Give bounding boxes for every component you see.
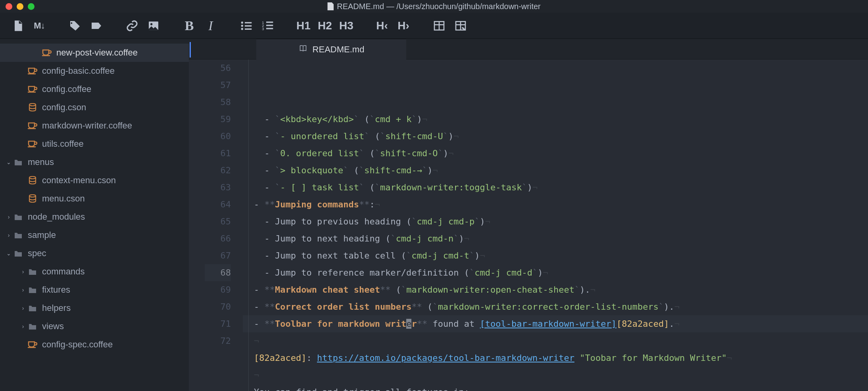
svg-rect-5	[245, 25, 252, 26]
markdown-button[interactable]: M↓	[29, 13, 50, 39]
code-line[interactable]: - Jump to next heading (`cmd-j cmd-n`)¬	[243, 230, 868, 247]
chevron-icon	[18, 177, 28, 184]
tree-item-label: config.coffee	[42, 84, 91, 94]
tag-button[interactable]	[64, 13, 86, 39]
line-number[interactable]: 56	[205, 59, 231, 77]
tab-readme[interactable]: README.md	[256, 39, 406, 59]
tab-spacer	[189, 39, 256, 59]
tree-item-new-post-view-coffee[interactable]: new-post-view.coffee	[0, 44, 189, 62]
line-number[interactable]: 72	[205, 332, 231, 349]
chevron-icon	[18, 141, 28, 147]
tree-item-menus[interactable]: ⌄menus	[0, 153, 189, 171]
h3-button[interactable]: H3	[336, 13, 357, 39]
line-number[interactable]: 70	[205, 298, 231, 315]
h1-button[interactable]: H1	[293, 13, 314, 39]
line-number[interactable]: 59	[205, 111, 231, 128]
h2-button[interactable]: H2	[314, 13, 336, 39]
code-line[interactable]: ¬	[243, 332, 868, 349]
tree-item-commands[interactable]: ›commands	[0, 263, 189, 281]
label-button[interactable]	[86, 13, 107, 39]
line-number[interactable]: 57	[205, 77, 231, 94]
line-number[interactable]: 60	[205, 128, 231, 145]
ordered-list-button[interactable]: 123	[257, 13, 278, 39]
svg-rect-22	[28, 92, 36, 93]
new-file-button[interactable]	[7, 13, 29, 39]
tree-item-spec[interactable]: ⌄spec	[0, 244, 189, 263]
table-edit-button[interactable]	[450, 13, 471, 39]
tree-item-node-modules[interactable]: ›node_modules	[0, 208, 189, 226]
code-line[interactable]: You can find and trigger all features in…	[243, 383, 868, 391]
line-number[interactable]: 65	[205, 213, 231, 230]
svg-rect-3	[245, 22, 252, 23]
tree-item-sample[interactable]: ›sample	[0, 226, 189, 244]
chevron-icon	[18, 341, 28, 348]
unordered-list-button[interactable]	[236, 13, 257, 39]
code-line[interactable]: - `- [ ] task list` (`markdown-writer:to…	[243, 179, 868, 196]
tree-item-menu-cson[interactable]: menu.cson	[0, 190, 189, 208]
bold-button[interactable]: B	[179, 13, 200, 39]
tree-item-fixtures[interactable]: ›fixtures	[0, 281, 189, 299]
folder-icon	[28, 267, 37, 276]
line-number[interactable]: 63	[205, 179, 231, 196]
tree-item-context-menu-cson[interactable]: context-menu.cson	[0, 171, 189, 190]
coffee-icon	[28, 340, 37, 349]
code-line[interactable]: - **Jumping commands**:¬	[243, 196, 868, 213]
file-tree[interactable]: new-post-view.coffee config-basic.coffee…	[0, 39, 189, 391]
tree-item-config-spec-coffee[interactable]: config-spec.coffee	[0, 335, 189, 354]
tree-item-label: new-post-view.coffee	[56, 48, 138, 58]
maximize-window-button[interactable]	[28, 3, 35, 10]
heading-prev-button[interactable]: H‹	[371, 13, 393, 39]
table-button[interactable]	[428, 13, 450, 39]
chevron-icon: ⌄	[4, 159, 13, 165]
indent-guide	[248, 59, 249, 391]
coffee-icon	[28, 84, 37, 94]
chevron-icon: ›	[18, 305, 28, 311]
image-button[interactable]	[143, 13, 164, 39]
code-content[interactable]: - `<kbd>key</kbd>` (`cmd + k`)¬ - `- uno…	[243, 59, 868, 391]
line-number[interactable]: 61	[205, 145, 231, 162]
code-line[interactable]: ¬	[243, 366, 868, 383]
heading-next-button[interactable]: H›	[393, 13, 414, 39]
chevron-icon: ›	[18, 268, 28, 275]
tree-item-views[interactable]: ›views	[0, 317, 189, 335]
tree-item-config-cson[interactable]: config.cson	[0, 98, 189, 117]
tree-item-config-coffee[interactable]: config.coffee	[0, 80, 189, 98]
svg-rect-28	[28, 347, 36, 348]
line-number[interactable]: 62	[205, 162, 231, 179]
line-number[interactable]: 69	[205, 281, 231, 298]
tab-bar-empty[interactable]	[406, 39, 868, 59]
italic-button[interactable]: I	[200, 13, 221, 39]
code-line[interactable]: - Jump to previous heading (`cmd-j cmd-p…	[243, 213, 868, 230]
tree-item-markdown-writer-coffee[interactable]: markdown-writer.coffee	[0, 117, 189, 135]
file-icon	[327, 2, 334, 10]
code-line[interactable]: - `0. ordered list` (`shift-cmd-O`)¬	[243, 145, 868, 162]
code-line[interactable]: - `- unordered list` (`shift-cmd-U`)¬	[243, 128, 868, 145]
tree-item-helpers[interactable]: ›helpers	[0, 299, 189, 317]
code-line[interactable]: - **Correct order list numbers** (`markd…	[243, 298, 868, 315]
chevron-icon: ›	[18, 323, 28, 330]
line-number[interactable]: 67	[205, 247, 231, 264]
code-line[interactable]: - `<kbd>key</kbd>` (`cmd + k`)¬	[243, 111, 868, 128]
tree-item-config-basic-coffee[interactable]: config-basic.coffee	[0, 62, 189, 80]
link-button[interactable]	[121, 13, 143, 39]
svg-point-2	[241, 21, 243, 23]
tree-item-utils-coffee[interactable]: utils.coffee	[0, 135, 189, 153]
line-number[interactable]: 64	[205, 196, 231, 213]
close-window-button[interactable]	[6, 3, 12, 10]
svg-point-26	[29, 176, 36, 179]
code-line[interactable]: - `> blockquote` (`shift-cmd-→`)¬	[243, 162, 868, 179]
code-line[interactable]: - **Markdown cheat sheet** (`markdown-wr…	[243, 281, 868, 298]
code-line[interactable]: - Jump to next table cell (`cmd-j cmd-t`…	[243, 247, 868, 264]
line-number[interactable]: 68	[205, 264, 231, 281]
svg-rect-11	[266, 25, 273, 26]
code-line[interactable]: [82a2aced]: https://atom.io/packages/too…	[243, 349, 868, 366]
line-number[interactable]: 58	[205, 94, 231, 111]
chevron-icon	[33, 50, 42, 56]
minimize-window-button[interactable]	[17, 3, 23, 10]
code-line[interactable]: - **Toolbar for markdown writer** found …	[243, 315, 868, 332]
code-line[interactable]: - Jump to reference marker/definition (`…	[243, 264, 868, 281]
tree-item-label: config-basic.coffee	[42, 66, 115, 76]
line-number[interactable]: 66	[205, 230, 231, 247]
code-editor[interactable]: 5657585960616263646566676869707172 - `<k…	[189, 59, 868, 391]
line-number[interactable]: 71	[205, 315, 231, 332]
